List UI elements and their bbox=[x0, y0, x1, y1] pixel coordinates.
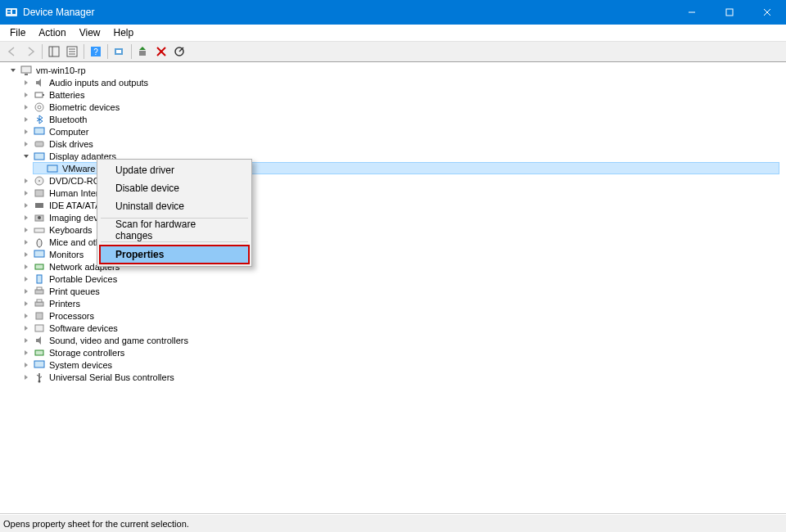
tree-category-sound[interactable]: Sound, video and game controllers bbox=[20, 334, 779, 346]
tree-category-computer[interactable]: Computer bbox=[20, 125, 779, 138]
category-label: Universal Serial Bus controllers bbox=[49, 372, 174, 382]
chevron-right-icon[interactable] bbox=[21, 79, 31, 86]
menu-file[interactable]: File bbox=[3, 25, 32, 40]
menu-view[interactable]: View bbox=[73, 25, 107, 40]
svg-rect-35 bbox=[35, 203, 43, 208]
chevron-right-icon[interactable] bbox=[21, 202, 31, 209]
context-menu-uninstall-device[interactable]: Uninstall device bbox=[99, 197, 250, 215]
chevron-right-icon[interactable] bbox=[21, 288, 31, 295]
device-tree[interactable]: vm-win10-rp Audio inputs and outputs Bat… bbox=[0, 62, 786, 514]
chevron-right-icon[interactable] bbox=[21, 325, 31, 331]
svg-rect-2 bbox=[7, 12, 11, 14]
tree-category-disk-drives[interactable]: Disk drives bbox=[20, 138, 779, 150]
minimize-button[interactable] bbox=[673, 0, 711, 25]
forward-button[interactable] bbox=[21, 43, 39, 61]
help-button[interactable]: ? bbox=[87, 43, 105, 61]
tree-category-software-devices[interactable]: Software devices bbox=[20, 322, 779, 334]
printer-icon bbox=[33, 286, 46, 297]
tree-root-label: vm-win10-rp bbox=[36, 65, 86, 75]
chevron-down-icon[interactable] bbox=[21, 153, 31, 160]
menu-help[interactable]: Help bbox=[107, 25, 141, 40]
tree-category-printers[interactable]: Printers bbox=[20, 297, 779, 309]
svg-point-26 bbox=[35, 103, 43, 111]
svg-rect-50 bbox=[34, 361, 44, 367]
chevron-right-icon[interactable] bbox=[21, 313, 31, 319]
svg-rect-30 bbox=[34, 153, 44, 160]
chevron-right-icon[interactable] bbox=[21, 116, 31, 123]
category-label: System devices bbox=[49, 360, 112, 370]
svg-rect-45 bbox=[35, 302, 43, 306]
context-menu-scan-hardware[interactable]: Scan for hardware changes bbox=[99, 221, 250, 239]
show-hide-console-tree-button[interactable] bbox=[45, 43, 63, 61]
chevron-right-icon[interactable] bbox=[21, 349, 31, 356]
maximize-button[interactable] bbox=[711, 0, 748, 25]
chevron-right-icon[interactable] bbox=[21, 214, 31, 221]
category-label: Human Interf bbox=[49, 188, 102, 198]
svg-point-27 bbox=[38, 106, 41, 109]
chevron-right-icon[interactable] bbox=[21, 178, 31, 184]
category-label: Storage controllers bbox=[49, 348, 124, 358]
scan-hardware-button[interactable] bbox=[111, 43, 129, 61]
tree-category-processors[interactable]: Processors bbox=[20, 309, 779, 322]
tree-root[interactable]: vm-win10-rp bbox=[7, 64, 779, 76]
svg-rect-3 bbox=[12, 10, 16, 14]
tree-category-storage-controllers[interactable]: Storage controllers bbox=[20, 346, 779, 358]
update-driver-button[interactable] bbox=[134, 43, 152, 61]
toolbar: ? bbox=[0, 41, 786, 62]
tree-category-batteries[interactable]: Batteries bbox=[20, 88, 779, 101]
tree-category-biometric[interactable]: Biometric devices bbox=[20, 101, 779, 113]
svg-rect-40 bbox=[34, 250, 44, 257]
category-label: Bluetooth bbox=[49, 115, 87, 124]
svg-text:?: ? bbox=[93, 47, 98, 56]
context-menu-update-driver[interactable]: Update driver bbox=[99, 161, 250, 179]
battery-icon bbox=[33, 89, 46, 101]
chevron-right-icon[interactable] bbox=[21, 374, 31, 381]
chevron-right-icon[interactable] bbox=[21, 251, 31, 258]
category-label: Imaging devi bbox=[49, 213, 100, 223]
back-button[interactable] bbox=[3, 43, 21, 61]
category-label: Keyboards bbox=[49, 225, 93, 235]
close-button[interactable] bbox=[748, 0, 786, 25]
chevron-right-icon[interactable] bbox=[21, 190, 31, 196]
context-menu-properties[interactable]: Properties bbox=[99, 245, 250, 264]
computer-icon bbox=[20, 65, 33, 76]
chevron-down-icon[interactable] bbox=[8, 67, 18, 74]
chevron-right-icon[interactable] bbox=[21, 300, 31, 307]
window-controls bbox=[673, 0, 786, 25]
monitor-icon bbox=[33, 249, 46, 260]
chevron-right-icon[interactable] bbox=[21, 276, 31, 282]
mouse-icon bbox=[33, 237, 46, 248]
chevron-right-icon[interactable] bbox=[21, 362, 31, 368]
chevron-right-icon[interactable] bbox=[21, 337, 31, 344]
biometric-icon bbox=[33, 101, 46, 113]
chevron-right-icon[interactable] bbox=[21, 264, 31, 270]
menubar: File Action View Help bbox=[0, 25, 786, 41]
chevron-right-icon[interactable] bbox=[21, 239, 31, 246]
uninstall-device-button[interactable] bbox=[152, 43, 170, 61]
tree-category-audio[interactable]: Audio inputs and outputs bbox=[20, 76, 779, 88]
disk-icon bbox=[33, 138, 46, 150]
tree-category-system-devices[interactable]: System devices bbox=[20, 358, 779, 371]
disable-device-button[interactable] bbox=[170, 43, 188, 61]
chevron-right-icon[interactable] bbox=[21, 227, 31, 233]
titlebar-left: Device Manager bbox=[0, 6, 94, 19]
tree-category-usb[interactable]: Universal Serial Bus controllers bbox=[20, 371, 779, 383]
storage-controller-icon bbox=[33, 347, 46, 358]
toolbar-sep bbox=[42, 44, 43, 59]
properties-button[interactable] bbox=[63, 43, 81, 61]
category-label: Computer bbox=[49, 127, 88, 137]
context-menu-disable-device[interactable]: Disable device bbox=[99, 179, 250, 197]
keyboard-icon bbox=[33, 224, 46, 236]
chevron-right-icon[interactable] bbox=[21, 104, 31, 110]
chevron-right-icon[interactable] bbox=[21, 128, 31, 135]
chevron-right-icon[interactable] bbox=[21, 92, 31, 98]
svg-rect-42 bbox=[37, 275, 42, 283]
category-label: Software devices bbox=[49, 323, 118, 333]
tree-category-portable[interactable]: Portable Devices bbox=[20, 273, 779, 285]
display-adapter-icon bbox=[46, 163, 59, 174]
menu-action[interactable]: Action bbox=[32, 25, 72, 40]
tree-category-print-queues[interactable]: Print queues bbox=[20, 285, 779, 297]
chevron-right-icon[interactable] bbox=[21, 141, 31, 147]
context-menu-separator bbox=[101, 241, 248, 242]
tree-category-bluetooth[interactable]: Bluetooth bbox=[20, 113, 779, 125]
